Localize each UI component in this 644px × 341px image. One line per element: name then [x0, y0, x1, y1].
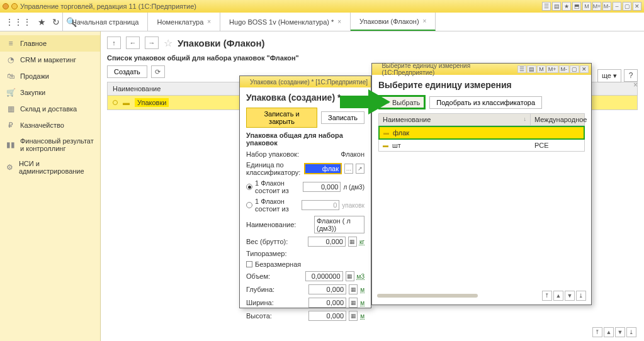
tb-icon[interactable]: ⬒	[572, 2, 581, 11]
nav-up-icon[interactable]: ▲	[604, 327, 614, 337]
refresh-button[interactable]: ⟳	[151, 65, 165, 78]
radio-consists2[interactable]	[246, 202, 252, 208]
unit-row[interactable]: ▬шт PCE	[378, 140, 585, 152]
close-icon[interactable]: ×	[423, 18, 427, 25]
value-set: Флакон	[341, 150, 364, 158]
bag-icon: 🛍	[6, 72, 15, 81]
sidebar-item-main[interactable]: ≡Главное	[0, 35, 100, 52]
sidebar-item-crm[interactable]: ◔CRM и маркетинг	[0, 52, 100, 68]
close-icon[interactable]: ✕	[580, 65, 589, 73]
maximize-icon[interactable]: ▢	[623, 2, 631, 11]
maximize-icon[interactable]: ▢	[570, 65, 579, 73]
sidebar-item-finance[interactable]: ▮▮Финансовый результат и контроллинг	[0, 133, 100, 156]
dlg-titlebar[interactable]: Упаковка (создание) * [1С:Предприятие]	[240, 76, 371, 87]
table-header: Наименование↓ Международное	[378, 113, 585, 126]
app-icon	[3, 3, 9, 9]
nav-down-icon[interactable]: ▼	[565, 291, 575, 301]
unit-row-selected[interactable]: ▬флак	[378, 126, 585, 140]
tb-mp[interactable]: M+	[592, 2, 601, 11]
sidebar-item-stock[interactable]: ▦Склад и доставка	[0, 101, 100, 117]
sidebar-item-purchases[interactable]: 🛒Закупки	[0, 84, 100, 101]
tb-icon[interactable]: ☰	[517, 65, 526, 73]
tb-icon[interactable]: ▤	[552, 2, 561, 11]
nav-last-icon[interactable]: ⤓	[626, 327, 636, 337]
calendar-icon[interactable]: ▦	[348, 237, 357, 247]
box-icon: ▦	[6, 104, 15, 113]
sidebar-item-sales[interactable]: 🛍Продажи	[0, 68, 100, 84]
calendar-icon[interactable]: ▦	[349, 311, 358, 321]
menu-icon: ≡	[6, 39, 15, 48]
sidebar-item-treasury[interactable]: ₽Казначейство	[0, 117, 100, 133]
height-input[interactable]: 0,000	[308, 311, 346, 321]
minimize-icon[interactable]: –	[613, 2, 621, 11]
close-icon[interactable]: ✕	[633, 2, 641, 11]
calendar-icon[interactable]: ▦	[349, 284, 358, 294]
unit-m3[interactable]: м3	[357, 273, 364, 280]
prev-button[interactable]: ←	[126, 36, 140, 49]
dropdown-icon[interactable]: …	[344, 164, 353, 174]
tab-nomenclature[interactable]: Номенклатура×	[148, 13, 220, 31]
unit-kg[interactable]: кг	[359, 238, 364, 245]
nav-up-icon[interactable]: ▲	[553, 291, 563, 301]
back-button[interactable]: ↑	[107, 36, 121, 49]
weight-input[interactable]: 0,000	[308, 237, 346, 247]
create-button[interactable]: Создать	[107, 65, 147, 78]
star-outline-icon[interactable]: ☆	[164, 37, 172, 49]
close-icon[interactable]: ×	[207, 18, 211, 25]
label-volume: Объем:	[246, 272, 303, 280]
page-title: Упаковки (Флакон)	[178, 38, 265, 48]
unit-m[interactable]: м	[360, 299, 364, 306]
nav-first-icon[interactable]: ⤒	[542, 291, 552, 301]
classifier-input[interactable]: флак	[304, 163, 342, 174]
tab-home[interactable]: Начальная страница	[63, 13, 148, 31]
ruble-icon: ₽	[6, 121, 15, 130]
qty2-input[interactable]: 0	[302, 200, 339, 210]
col-intl[interactable]: Международное	[531, 114, 584, 125]
tb-icon[interactable]: ☰	[542, 2, 551, 11]
history-icon[interactable]: ↻	[52, 17, 60, 27]
apps-icon[interactable]: ⋮⋮⋮	[5, 17, 31, 27]
close-icon[interactable]: ×	[337, 18, 341, 25]
pick-classifier-button[interactable]: Подобрать из классификатора	[429, 96, 542, 109]
label-nosize: Безразмерная	[255, 260, 301, 268]
tb-m[interactable]: M	[537, 65, 546, 73]
qty1-input[interactable]: 0,000	[303, 182, 341, 192]
name-input[interactable]: Флакон ( л (дм3))	[314, 216, 364, 233]
volume-input[interactable]: 0,000000	[305, 271, 343, 281]
nav-first-icon[interactable]: ⤒	[592, 327, 602, 337]
tb-icon[interactable]: ★	[562, 2, 571, 11]
tb-icon[interactable]: ▤	[527, 65, 536, 73]
open-icon[interactable]: ↗	[356, 164, 364, 174]
nav-last-icon[interactable]: ⤓	[576, 291, 586, 301]
width-input[interactable]: 0,000	[308, 298, 346, 308]
checkbox-nosize[interactable]	[246, 261, 252, 267]
more-button[interactable]: ще ▾	[597, 69, 621, 82]
dlg2-titlebar[interactable]: Выберите единицу измерения (1С:Предприят…	[372, 64, 591, 75]
help-button[interactable]: ?	[624, 69, 638, 82]
tb-mp[interactable]: M+	[546, 65, 558, 73]
sidebar-item-nsi[interactable]: ⚙НСИ и администрирование	[0, 156, 100, 179]
tab-item[interactable]: Hugo BOSS 1v (Номенклатура) *×	[220, 13, 351, 31]
calendar-icon[interactable]: ▦	[349, 298, 358, 308]
save-close-button[interactable]: Записать и закрыть	[246, 108, 317, 128]
radio-consists1[interactable]	[246, 184, 252, 190]
tab-packages[interactable]: Упаковки (Флакон)×	[351, 13, 436, 31]
nav-down-icon[interactable]: ▼	[615, 327, 625, 337]
sort-icon: ↓	[524, 116, 527, 122]
tb-mm[interactable]: M-	[559, 65, 570, 73]
chart-icon: ▮▮	[6, 140, 15, 149]
depth-input[interactable]: 0,000	[308, 284, 346, 294]
unit1: л (дм3)	[343, 184, 364, 191]
radio-label1: 1 Флакон состоит из	[255, 179, 300, 194]
tb-mm[interactable]: M-	[602, 2, 611, 11]
star-icon[interactable]: ★	[38, 17, 46, 27]
col-name[interactable]: Наименование↓	[379, 114, 531, 125]
sidebar: ≡Главное ◔CRM и маркетинг 🛍Продажи 🛒Заку…	[0, 31, 101, 341]
unit-m[interactable]: м	[360, 313, 364, 320]
tb-m[interactable]: M	[582, 2, 591, 11]
scrollbar[interactable]	[377, 294, 478, 298]
gear-icon: ⚙	[6, 163, 14, 172]
next-button[interactable]: →	[145, 36, 159, 49]
unit-m[interactable]: м	[360, 286, 364, 293]
calendar-icon[interactable]: ▦	[346, 271, 354, 281]
